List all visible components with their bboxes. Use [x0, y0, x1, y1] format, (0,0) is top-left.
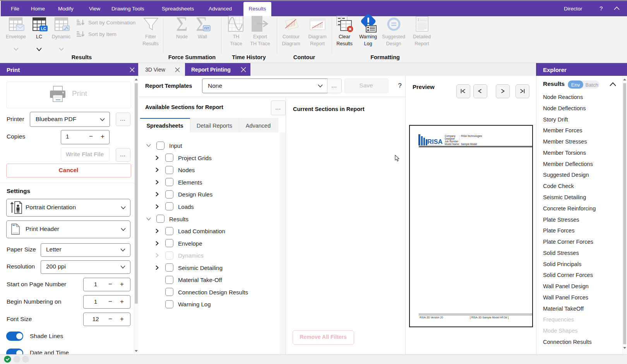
svg-text:LC: LC — [41, 27, 46, 31]
svg-text:RISA: RISA — [427, 138, 443, 145]
svg-text:I: I — [418, 18, 419, 22]
